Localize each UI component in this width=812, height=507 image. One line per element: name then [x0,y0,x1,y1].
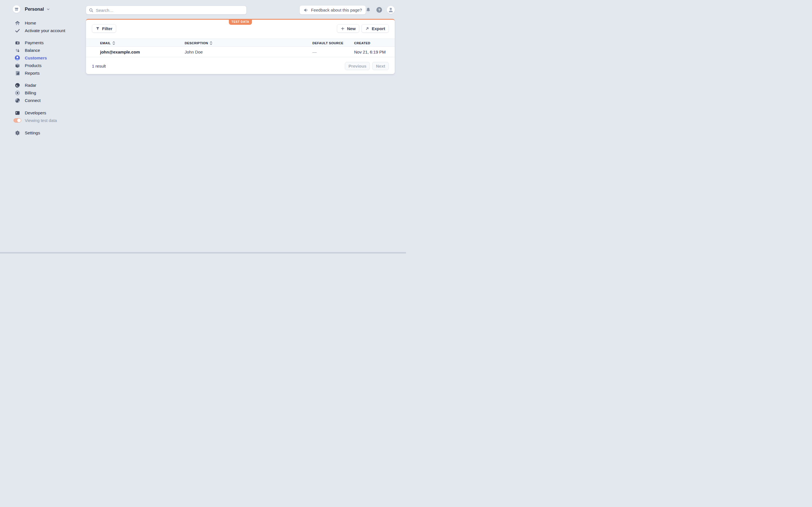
table-row[interactable]: john@example.com John Doe — Nov 21, 6:19… [86,47,395,57]
sidebar-item-label: Customers [25,55,47,60]
sidebar-item-label: Payments [25,40,44,45]
home-icon [14,20,20,26]
next-button[interactable]: Next [372,62,389,70]
megaphone-icon [303,8,308,13]
feedback-label: Feedback about this page? [311,8,362,12]
cell-default-source: — [312,47,317,57]
sort-icon [112,41,115,45]
developers-terminal-icon [14,110,20,116]
sidebar-item-radar[interactable]: Radar [0,81,86,89]
column-header-email[interactable]: EMAIL [100,39,115,47]
export-label: Export [371,26,385,31]
sidebar-item-home[interactable]: Home [0,19,86,27]
toolbar-right: New Export [337,24,389,33]
export-arrow-icon [365,26,369,31]
sidebar-item-connect[interactable]: Connect [0,97,86,104]
results-count: 1 result [92,57,106,75]
sidebar-item-billing[interactable]: Billing [0,89,86,97]
column-header-created: CREATED [354,39,370,47]
sidebar-item-label: Activate your account [25,28,65,33]
svg-text:?: ? [378,8,380,12]
new-label: New [347,26,356,31]
search-box[interactable] [86,6,246,14]
storefront-icon [14,7,19,11]
settings-gear-icon [14,130,20,136]
sidebar-item-label: Home [25,20,36,25]
products-box-icon [14,62,20,68]
cell-email: john@example.com [100,47,140,57]
toggle-knob [17,118,21,122]
connect-icon [14,98,20,103]
billing-icon [14,90,20,96]
customers-panel: TEST DATA Filter New Export EMAIL [86,19,395,74]
sidebar-item-viewing-test-data: Viewing test data [0,117,86,124]
balance-arrows-icon [14,47,20,53]
sidebar-item-settings[interactable]: Settings [0,129,86,136]
sidebar-item-label: Balance [25,48,40,53]
account-name: Personal [25,7,44,12]
sidebar-item-products[interactable]: Products [0,62,86,69]
sidebar-item-developers[interactable]: Developers [0,109,86,117]
user-avatar[interactable] [387,6,395,14]
new-button[interactable]: New [337,24,359,33]
sidebar-item-activate-account[interactable]: Activate your account [0,27,86,34]
filter-button[interactable]: Filter [92,24,116,33]
chevron-down-icon [46,7,50,11]
sidebar-item-payments[interactable]: Payments [0,39,86,47]
search-icon [89,8,94,13]
radar-icon [14,82,20,88]
sidebar-item-customers[interactable]: Customers [0,54,86,62]
column-header-description[interactable]: DESCRIPTION [185,39,212,47]
sort-icon [210,41,212,45]
sidebar-item-label: Settings [25,130,40,135]
plus-icon [341,26,345,31]
help-icon[interactable]: ? [376,7,382,13]
filter-label: Filter [102,26,112,31]
cell-description: John Doe [185,47,203,57]
reports-icon [14,70,20,76]
sidebar-item-label: Radar [25,83,36,88]
search-input[interactable] [96,8,244,13]
test-data-badge: TEST DATA [229,19,252,25]
sidebar-item-label: Billing [25,91,36,95]
customers-icon [14,55,20,61]
payments-icon [14,40,20,46]
feedback-button[interactable]: Feedback about this page? [300,6,366,14]
account-switcher[interactable]: Personal [13,5,50,13]
pagination: Previous Next [345,62,389,70]
filter-funnel-icon [96,26,100,31]
sidebar-item-label: Reports [25,71,40,75]
sidebar-item-reports[interactable]: Reports [0,69,86,77]
test-data-toggle[interactable] [13,118,21,122]
notifications-bell-icon[interactable] [365,7,371,13]
sidebar-item-label: Developers [25,110,46,115]
export-button[interactable]: Export [361,24,389,33]
sidebar-item-label: Products [25,63,42,68]
account-avatar [13,5,20,13]
table-header-row: EMAIL DESCRIPTION DEFAULT SOURCE CREATED [86,39,395,47]
sidebar-item-label: Viewing test data [25,118,57,123]
sidebar: Home Activate your account Payments Bala… [0,19,86,136]
checkmark-icon [14,27,20,34]
sidebar-item-label: Connect [25,98,41,103]
window-bottom-edge [0,252,406,253]
previous-button[interactable]: Previous [345,62,370,70]
column-header-default-source: DEFAULT SOURCE [312,39,343,47]
cell-created: Nov 21, 6:19 PM [354,47,386,57]
sidebar-item-balance[interactable]: Balance [0,47,86,54]
